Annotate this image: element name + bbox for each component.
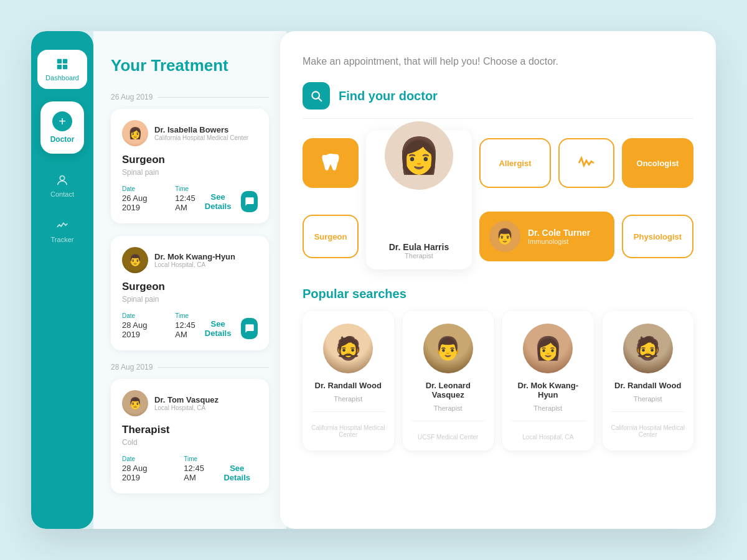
feature-doctor-role: Therapist bbox=[405, 252, 433, 259]
selected-doctor-card[interactable]: 👨 Dr. Cole Turner Immunologist bbox=[479, 212, 614, 261]
popular-hospital-2: UCSF Medical Center bbox=[418, 434, 478, 441]
card-footer-2: Date 28 Aug 2019 Time 12:45 AM See Detai… bbox=[122, 312, 258, 339]
left-panel: Your Treatment 26 Aug 2019 👩 Dr. Isabell… bbox=[93, 31, 286, 529]
selected-doctor-info: Dr. Cole Turner Immunologist bbox=[528, 228, 590, 245]
feature-doctor-name: Dr. Eula Harris bbox=[389, 242, 449, 252]
dashboard-label: Dashboard bbox=[45, 74, 79, 82]
tracker-label: Tracker bbox=[51, 236, 74, 243]
find-doctor-label: Find your doctor bbox=[339, 89, 438, 103]
time-block-3: Time 12:45 AM bbox=[184, 455, 216, 482]
popular-card-1[interactable]: 🧔 Dr. Randall Wood Therapist California … bbox=[303, 311, 394, 450]
specialty-3: Therapist bbox=[122, 424, 258, 436]
dashboard-icon bbox=[55, 57, 69, 71]
selected-doctor-role: Immunologist bbox=[528, 238, 590, 245]
doctor-label: Doctor bbox=[50, 135, 75, 144]
sidebar-item-dashboard[interactable]: Dashboard bbox=[37, 50, 87, 89]
selected-doctor-name: Dr. Cole Turner bbox=[528, 228, 590, 238]
sidebar-item-contact[interactable]: Contact bbox=[37, 166, 87, 205]
condition-1: Spinal pain bbox=[122, 168, 258, 177]
chat-btn-1[interactable] bbox=[241, 191, 258, 212]
app-container: Dashboard + Doctor Contact Tracker Your … bbox=[31, 31, 716, 529]
time-block-1: Time 12:45 AM bbox=[175, 185, 201, 212]
doctor-avatar-2: 👨 bbox=[122, 247, 148, 273]
find-doctor-row: Find your doctor bbox=[303, 82, 693, 119]
date-group-3: 28 Aug 2019 bbox=[111, 363, 269, 371]
popular-hospital-3: Local Hospital, CA bbox=[522, 434, 573, 441]
contact-label: Contact bbox=[50, 190, 74, 198]
svg-point-4 bbox=[60, 176, 64, 180]
popular-card-4[interactable]: 🧔 Dr. Randall Wood Therapist California … bbox=[603, 311, 694, 450]
doctor-name-2: Dr. Mok Kwang-Hyun bbox=[154, 252, 235, 261]
card-footer-3: Date 28 Aug 2019 Time 12:45 AM See Detai… bbox=[122, 455, 258, 482]
time-block-2: Time 12:45 AM bbox=[175, 312, 201, 339]
specialty-1: Surgeon bbox=[122, 154, 258, 166]
popular-card-2[interactable]: 👨 Dr. Leonard Vasquez Therapist UCSF Med… bbox=[403, 311, 494, 450]
search-icon bbox=[310, 90, 322, 102]
see-details-btn-2[interactable]: See Details bbox=[201, 319, 235, 338]
popular-hospital-1: California Hospital Medical Center bbox=[311, 424, 385, 438]
svg-rect-3 bbox=[63, 65, 67, 69]
hospital-3: Local Hospital, CA bbox=[154, 404, 218, 411]
hospital-1: California Hospital Medical Center bbox=[154, 134, 248, 141]
doctor-name-block-2: Dr. Mok Kwang-Hyun Local Hospital, CA bbox=[154, 252, 235, 268]
find-doctor-search-box[interactable] bbox=[303, 82, 330, 110]
heart-icon bbox=[576, 153, 596, 173]
popular-avatar-2: 👨 bbox=[423, 324, 473, 373]
doctor-feature-card[interactable]: 👩 Dr. Eula Harris Therapist bbox=[366, 130, 472, 269]
popular-role-4: Therapist bbox=[634, 395, 662, 403]
date-block-2: Date 28 Aug 2019 bbox=[122, 312, 156, 339]
category-surgeon[interactable]: Surgeon bbox=[303, 215, 359, 258]
popular-name-2: Dr. Leonard Vasquez bbox=[411, 381, 486, 399]
doctor-name-block-3: Dr. Tom Vasquez Local Hospital, CA bbox=[154, 395, 218, 411]
doctor-name-block-1: Dr. Isabella Bowers California Hospital … bbox=[154, 125, 248, 141]
sidebar-item-tracker[interactable]: Tracker bbox=[37, 212, 87, 251]
treatment-card-3: 👨 Dr. Tom Vasquez Local Hospital, CA The… bbox=[111, 379, 269, 493]
divider-2 bbox=[411, 421, 486, 421]
divider-1 bbox=[311, 411, 385, 412]
panel-title: Your Treatment bbox=[111, 56, 269, 75]
doctor-name-1: Dr. Isabella Bowers bbox=[154, 125, 248, 134]
popular-grid: 🧔 Dr. Randall Wood Therapist California … bbox=[303, 311, 693, 450]
hospital-2: Local Hospital, CA bbox=[154, 261, 235, 268]
divider-3 bbox=[511, 421, 585, 421]
svg-rect-0 bbox=[57, 59, 62, 63]
date-block-1: Date 26 Aug 2019 bbox=[122, 185, 156, 212]
popular-section-title: Popular searches bbox=[303, 287, 693, 301]
card-actions-1: See Details bbox=[201, 191, 258, 212]
popular-name-3: Dr. Mok Kwang-Hyun bbox=[511, 381, 585, 399]
tracker-icon bbox=[55, 219, 69, 233]
date-time-3: Date 28 Aug 2019 Time 12:45 AM bbox=[122, 455, 216, 482]
popular-role-2: Therapist bbox=[434, 404, 463, 412]
condition-3: Cold bbox=[122, 438, 258, 447]
category-allergist[interactable]: Allergist bbox=[479, 138, 551, 188]
category-heart[interactable] bbox=[558, 138, 614, 188]
see-details-btn-3[interactable]: See Details bbox=[216, 464, 258, 482]
category-oncologist[interactable]: Oncologist bbox=[622, 138, 693, 188]
doctor-name-3: Dr. Tom Vasquez bbox=[154, 395, 218, 404]
popular-hospital-4: California Hospital Medical Center bbox=[611, 424, 685, 438]
selected-doctor-avatar: 👨 bbox=[489, 221, 520, 252]
popular-role-3: Therapist bbox=[533, 404, 562, 412]
sidebar-item-doctor[interactable]: + Doctor bbox=[40, 101, 84, 154]
doctor-info-row-2: 👨 Dr. Mok Kwang-Hyun Local Hospital, CA bbox=[122, 247, 258, 273]
popular-role-1: Therapist bbox=[334, 395, 362, 403]
sidebar: Dashboard + Doctor Contact Tracker bbox=[31, 31, 93, 529]
popular-avatar-4: 🧔 bbox=[623, 324, 673, 373]
category-physiologist[interactable]: Physiologist bbox=[622, 215, 693, 258]
category-tooth[interactable] bbox=[303, 138, 359, 188]
tooth-icon bbox=[319, 152, 342, 174]
chat-icon-2 bbox=[245, 324, 255, 334]
doctor-plus-icon: + bbox=[52, 111, 72, 131]
svg-line-6 bbox=[319, 98, 322, 101]
doctor-avatar-3: 👨 bbox=[122, 390, 148, 416]
see-details-btn-1[interactable]: See Details bbox=[201, 192, 235, 211]
chat-btn-2[interactable] bbox=[241, 318, 258, 339]
popular-avatar-1: 🧔 bbox=[323, 324, 373, 373]
popular-avatar-3: 👩 bbox=[523, 324, 573, 373]
svg-rect-2 bbox=[57, 65, 62, 69]
popular-name-1: Dr. Randall Wood bbox=[315, 381, 382, 390]
svg-rect-1 bbox=[63, 59, 67, 63]
condition-2: Spinal pain bbox=[122, 295, 258, 304]
popular-card-3[interactable]: 👩 Dr. Mok Kwang-Hyun Therapist Local Hos… bbox=[502, 311, 594, 450]
categories-grid: 👩 Dr. Eula Harris Therapist Allergist On… bbox=[303, 130, 693, 269]
